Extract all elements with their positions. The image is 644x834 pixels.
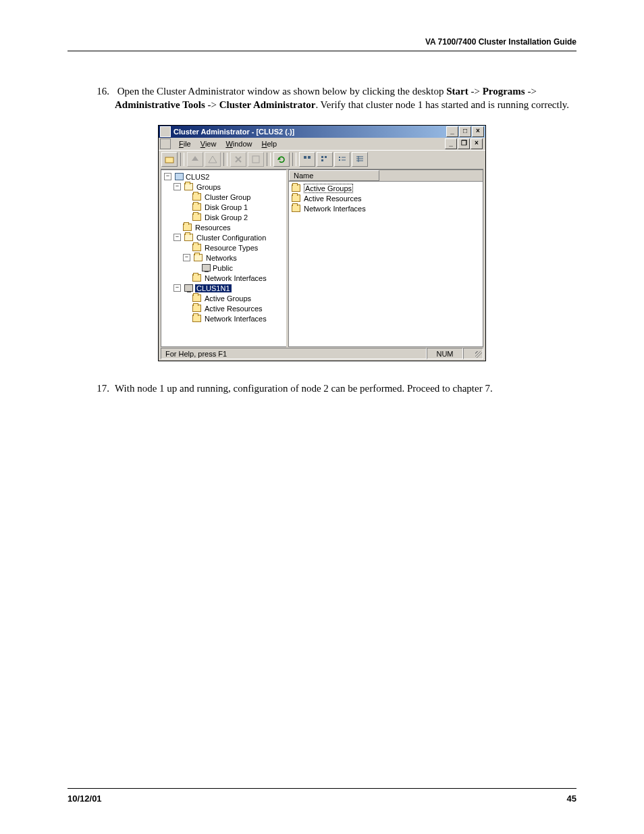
menu-view[interactable]: View [196,139,221,149]
step-17-text: With node 1 up and running, configuratio… [115,383,493,394]
step-16-text-2: . Verify that cluster node 1 has started… [315,99,569,110]
tree-cluster-group[interactable]: Cluster Group [183,192,285,202]
kw-admintools: Administrative Tools [115,99,205,110]
list-header[interactable]: Name [289,170,483,182]
step-number: 17. [88,382,109,395]
svg-marker-1 [192,156,198,161]
collapse-icon[interactable]: − [183,254,190,261]
menu-file[interactable]: File [175,139,195,149]
tool-info-icon[interactable] [205,152,221,167]
collapse-icon[interactable]: − [164,173,171,180]
tree-active-groups[interactable]: Active Groups [183,293,285,303]
client-area: − CLUS2 − Groups [161,169,483,347]
tree-disk-group-1[interactable]: Disk Group 1 [183,202,285,212]
folder-open-icon [184,234,193,241]
toolbar-separator [267,153,271,166]
tool-refresh-icon[interactable] [273,152,290,167]
minimize-button[interactable]: _ [446,126,458,137]
tool-details-icon[interactable] [352,152,368,167]
group-icon [192,203,201,211]
folder-icon [192,294,201,302]
footer-page: 45 [567,793,576,804]
tree-resource-types[interactable]: Resource Types [183,242,285,253]
network-icon [202,264,211,271]
resize-grip-icon[interactable] [463,348,483,359]
svg-rect-7 [304,156,306,159]
cluster-icon [175,173,184,180]
folder-icon [192,274,201,282]
window-title: Cluster Administrator - [CLUS2 (.)] [173,128,446,136]
toolbar-separator [223,153,227,166]
document-page: VA 7100/7400 Cluster Installation Guide … [0,0,644,834]
statusbar: For Help, press F1 NUM [161,348,483,359]
step-number: 16. [88,84,109,98]
collapse-icon[interactable]: − [173,284,181,292]
kw-clusteradmin: Cluster Administrator [219,99,316,110]
tree-resources[interactable]: Resources [173,222,285,232]
collapse-icon[interactable]: − [173,234,181,241]
status-num: NUM [427,348,463,359]
tool-list-icon[interactable] [334,152,350,167]
maximize-button[interactable]: □ [459,126,471,137]
tool-open-icon[interactable] [161,152,178,167]
header-rule [68,51,576,51]
svg-rect-8 [308,156,311,159]
list-item[interactable]: Active Resources [292,193,480,203]
svg-marker-6 [277,157,281,160]
tool-up-icon[interactable] [187,152,203,167]
menu-help[interactable]: Help [258,139,281,149]
mdi-minimize-button[interactable]: _ [445,138,457,149]
footer-rule [68,788,576,789]
tree-public[interactable]: Public [192,263,285,273]
list-pane[interactable]: Name Active Groups Active Resources Netw… [288,170,483,347]
svg-rect-11 [321,159,323,161]
tree-node-clus1n1[interactable]: − CLUS1N1 [173,283,285,293]
step-17: 17.With node 1 up and running, configura… [88,382,576,395]
list-body: Active Groups Active Resources Network I… [289,182,483,346]
cluster-admin-window: Cluster Administrator - [CLUS2 (.)] _ □ … [158,125,486,361]
folder-icon [292,194,300,202]
tree-node-net-if[interactable]: Network Interfaces [183,313,285,323]
tool-delete-icon[interactable] [230,152,246,167]
toolbar [159,150,485,168]
tree-groups[interactable]: − Groups [173,182,285,192]
step-16-text-1: Open the Cluster Administrator window as… [117,86,446,97]
menu-window[interactable]: Window [221,139,256,149]
group-icon [192,213,201,221]
svg-rect-0 [165,157,173,163]
running-header: VA 7100/7400 Cluster Installation Guide [68,37,576,47]
kw-start: Start [446,86,468,97]
list-item[interactable]: Network Interfaces [292,203,480,213]
step-16: 16. Open the Cluster Administrator windo… [88,84,576,112]
col-name[interactable]: Name [289,170,379,181]
mdi-close-button[interactable]: × [471,138,483,149]
titlebar[interactable]: Cluster Administrator - [CLUS2 (.)] _ □ … [159,126,485,138]
footer-date: 10/12/01 [68,793,102,804]
tool-properties-icon[interactable] [248,152,264,167]
folder-open-icon [184,183,193,190]
folder-open-icon [194,254,203,261]
mdi-icon[interactable] [160,138,171,149]
node-icon [184,284,193,292]
tool-small-icons-icon[interactable] [317,152,333,167]
list-item[interactable]: Active Groups [292,183,480,193]
close-button[interactable]: × [472,126,484,137]
collapse-icon[interactable]: − [173,183,181,190]
svg-rect-5 [252,156,259,163]
tree-root[interactable]: − CLUS2 [164,172,285,182]
tree-active-resources[interactable]: Active Resources [183,303,285,313]
folder-icon [292,184,300,192]
tree-disk-group-2[interactable]: Disk Group 2 [183,212,285,222]
status-text: For Help, press F1 [161,348,427,359]
toolbar-separator [292,153,296,166]
tree-networks[interactable]: − Networks [183,253,285,263]
folder-icon [192,305,201,312]
tree-net-interfaces[interactable]: Network Interfaces [183,273,285,283]
tree-cluster-config[interactable]: − Cluster Configuration [173,232,285,242]
tool-large-icons-icon[interactable] [299,152,315,167]
svg-rect-10 [325,156,327,158]
svg-rect-9 [321,156,323,158]
mdi-restore-button[interactable]: ❐ [458,138,470,149]
tree-pane[interactable]: − CLUS2 − Groups [161,170,286,347]
folder-icon [192,244,201,251]
